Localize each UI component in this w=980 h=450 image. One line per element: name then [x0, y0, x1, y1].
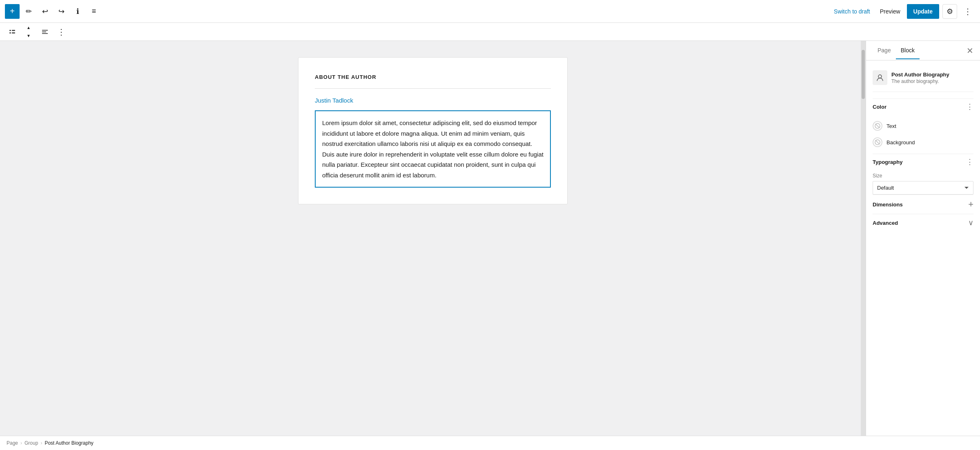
svg-rect-0	[9, 30, 11, 31]
text-color-circle	[873, 121, 882, 131]
advanced-section-header[interactable]: Advanced ∨	[873, 214, 973, 231]
editor-area: ABOUT THE AUTHOR Justin Tadlock Lorem ip…	[0, 41, 866, 436]
dimensions-add-button[interactable]: +	[968, 199, 973, 210]
svg-rect-1	[12, 30, 15, 31]
list-view-button[interactable]	[5, 25, 20, 39]
breadcrumb-current: Post Author Biography	[45, 440, 93, 446]
background-color-label: Background	[886, 139, 915, 146]
advanced-chevron-icon: ∨	[968, 218, 973, 227]
update-button[interactable]: Update	[907, 4, 939, 19]
tools-menu-button[interactable]: ≡	[87, 4, 101, 19]
size-label: Size	[873, 173, 973, 179]
typography-options-button[interactable]: ⋮	[966, 157, 973, 166]
edit-mode-button[interactable]: ✏	[21, 4, 36, 19]
size-select[interactable]: Default Small Medium Large X-Large	[873, 181, 973, 195]
main-layout: ABOUT THE AUTHOR Justin Tadlock Lorem ip…	[0, 41, 980, 436]
dimensions-section-title: Dimensions	[873, 201, 903, 208]
no-color-icon	[875, 123, 880, 129]
color-section-header: Color ⋮	[873, 99, 973, 113]
background-color-circle	[873, 137, 882, 147]
add-block-button[interactable]: +	[5, 4, 20, 19]
block-more-options-button[interactable]: ⋮	[54, 25, 69, 39]
block-description: The author biography.	[891, 78, 949, 84]
svg-line-9	[875, 124, 880, 128]
breadcrumb-group[interactable]: Group	[24, 440, 38, 446]
secondary-toolbar: ▲ ▼ ⋮	[0, 23, 980, 41]
breadcrumb-sep-1: ›	[20, 440, 22, 446]
dimensions-section-header[interactable]: Dimensions +	[873, 195, 973, 214]
sidebar-tabs: Page Block	[873, 42, 920, 59]
svg-rect-2	[9, 32, 11, 34]
svg-point-7	[878, 75, 882, 78]
sidebar-header: Page Block ✕	[866, 41, 980, 60]
more-options-button[interactable]: ⋮	[960, 4, 975, 19]
block-info-text: Post Author Biography The author biograp…	[891, 72, 949, 84]
switch-to-draft-button[interactable]: Switch to draft	[831, 6, 873, 17]
info-button[interactable]: ℹ	[70, 4, 85, 19]
tab-page[interactable]: Page	[873, 42, 896, 59]
section-divider	[315, 88, 551, 89]
toolbar-left: + ✏ ↩ ↪ ℹ ≡	[5, 4, 101, 19]
svg-line-11	[875, 140, 880, 144]
top-toolbar: + ✏ ↩ ↪ ℹ ≡ Switch to draft Preview Upda…	[0, 0, 980, 23]
block-info: Post Author Biography The author biograp…	[873, 67, 973, 92]
breadcrumb-page[interactable]: Page	[7, 440, 18, 446]
list-view-icon	[9, 28, 16, 36]
typography-section-header: Typography ⋮	[873, 154, 973, 168]
up-down-arrows[interactable]: ▲ ▼	[21, 24, 36, 40]
author-link[interactable]: Justin Tadlock	[315, 97, 551, 104]
background-color-option[interactable]: Background	[873, 134, 973, 150]
about-author-title: ABOUT THE AUTHOR	[315, 74, 551, 80]
sidebar-body: Post Author Biography The author biograp…	[866, 60, 980, 436]
toolbar-right: Switch to draft Preview Update ⚙ ⋮	[831, 4, 975, 19]
align-button[interactable]	[38, 25, 52, 39]
content-block: ABOUT THE AUTHOR Justin Tadlock Lorem ip…	[298, 57, 568, 204]
scrollbar-thumb[interactable]	[862, 50, 865, 99]
text-color-option[interactable]: Text	[873, 118, 973, 134]
bio-text-block[interactable]: Lorem ipsum dolor sit amet, consectetur …	[315, 110, 551, 188]
sidebar: Page Block ✕ Post Author Biography The a…	[866, 41, 980, 436]
settings-button[interactable]: ⚙	[942, 4, 957, 19]
breadcrumb: Page › Group › Post Author Biography	[0, 436, 980, 450]
undo-button[interactable]: ↩	[38, 4, 52, 19]
advanced-section-title: Advanced	[873, 220, 898, 226]
text-color-label: Text	[886, 123, 896, 129]
block-icon	[873, 70, 887, 85]
size-control: Size Default Small Medium Large X-Large	[873, 173, 973, 195]
block-name: Post Author Biography	[891, 72, 949, 78]
typography-section-title: Typography	[873, 159, 902, 165]
move-down-button[interactable]: ▼	[21, 32, 36, 40]
author-bio-icon	[876, 74, 884, 82]
breadcrumb-sep-2: ›	[40, 440, 42, 446]
align-icon	[41, 28, 49, 36]
sidebar-close-button[interactable]: ✕	[967, 46, 973, 56]
scrollbar-track[interactable]	[861, 41, 866, 436]
color-options-button[interactable]: ⋮	[966, 102, 973, 111]
redo-button[interactable]: ↪	[54, 4, 69, 19]
svg-rect-3	[12, 32, 15, 34]
preview-button[interactable]: Preview	[877, 6, 904, 17]
move-up-button[interactable]: ▲	[21, 24, 36, 31]
tab-block[interactable]: Block	[896, 42, 920, 59]
color-section-title: Color	[873, 104, 886, 110]
no-bg-color-icon	[875, 139, 880, 145]
